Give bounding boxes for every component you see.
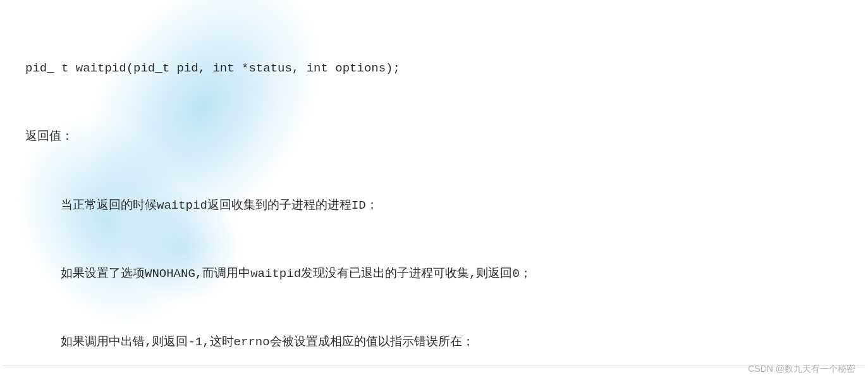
function-signature: pid_ t waitpid(pid_t pid, int *status, i… (25, 57, 843, 80)
source-credit: CSDN @数九天有一个秘密 (748, 360, 855, 377)
return-desc-3: 如果调用中出错,则返回-1,这时errno会被设置成相应的值以指示错误所在； (25, 331, 843, 353)
code-documentation: pid_ t waitpid(pid_t pid, int *status, i… (25, 11, 843, 380)
return-desc-2: 如果设置了选项WNOHANG,而调用中waitpid发现没有已退出的子进程可收集… (25, 262, 843, 285)
return-desc-1: 当正常返回的时候waitpid返回收集到的子进程的进程ID； (25, 194, 843, 217)
return-value-title: 返回值： (25, 125, 843, 148)
